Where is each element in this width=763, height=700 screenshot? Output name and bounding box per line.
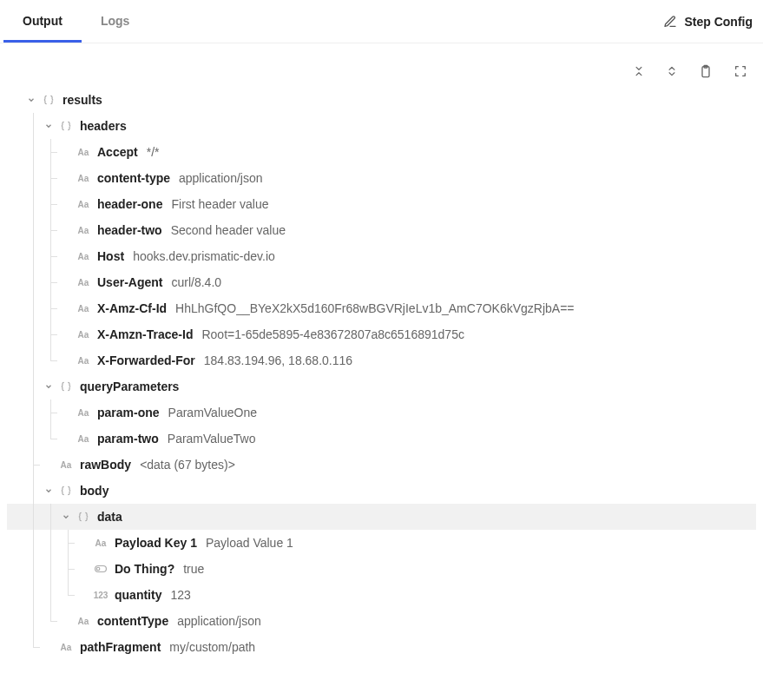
number-icon: 123	[92, 588, 109, 602]
collapse-icon	[633, 65, 645, 77]
string-icon: Aa	[75, 275, 92, 289]
tree-leaf[interactable]: Aacontent-typeapplication/json	[7, 165, 756, 191]
tree-leaf[interactable]: AaUser-Agentcurl/8.4.0	[7, 269, 756, 295]
tree-leaf[interactable]: 123quantity123	[7, 582, 756, 608]
object-icon	[57, 484, 75, 498]
tree-leaf[interactable]: AaX-Amzn-Trace-IdRoot=1-65de5895-4e83672…	[7, 321, 756, 347]
string-icon: Aa	[57, 640, 75, 654]
tree-key: Host	[97, 249, 124, 263]
tab-output[interactable]: Output	[3, 0, 82, 43]
tree-value: curl/8.4.0	[171, 275, 221, 289]
tree-value: <data (67 bytes)>	[140, 458, 235, 472]
tree-leaf[interactable]: Aaparam-twoParamValueTwo	[7, 426, 756, 452]
tree-node-headers[interactable]: headers	[7, 113, 756, 139]
tree-key: data	[97, 510, 122, 524]
tree-key: param-two	[97, 432, 159, 446]
tree-value: HhLhGfQO__BYeX2kX5d160Fr68wBGVRjIeLv1b_A…	[175, 301, 574, 315]
tree-key: queryParameters	[80, 380, 179, 393]
tree-leaf-contenttype[interactable]: AacontentTypeapplication/json	[7, 608, 756, 634]
chevron-down-icon	[42, 484, 56, 498]
string-icon: Aa	[75, 249, 92, 263]
tree-leaf[interactable]: AaX-Amz-Cf-IdHhLhGfQO__BYeX2kX5d160Fr68w…	[7, 295, 756, 321]
tree-node-queryparameters[interactable]: queryParameters	[7, 373, 756, 400]
tree-leaf[interactable]: AaHosthooks.dev.prismatic-dev.io	[7, 243, 756, 269]
tree-key: pathFragment	[80, 640, 161, 654]
tree-leaf[interactable]: Do Thing?true	[7, 556, 756, 582]
expand-icon	[666, 65, 678, 77]
tab-logs[interactable]: Logs	[82, 0, 148, 43]
tabs: Output Logs	[3, 0, 148, 43]
edit-icon	[663, 15, 677, 29]
tree-value: true	[183, 562, 204, 576]
tree-leaf[interactable]: AaX-Forwarded-For184.83.194.96, 18.68.0.…	[7, 347, 756, 373]
tree-leaf[interactable]: AaAccept*/*	[7, 139, 756, 165]
fullscreen-button[interactable]	[733, 64, 747, 78]
string-icon: Aa	[75, 406, 92, 419]
tree-leaf-rawbody[interactable]: AarawBody<data (67 bytes)>	[7, 452, 756, 478]
header: Output Logs Step Config	[0, 0, 763, 43]
string-icon: Aa	[75, 614, 92, 628]
tree-key: X-Amzn-Trace-Id	[97, 327, 193, 341]
string-icon: Aa	[75, 145, 92, 159]
tree-value: Second header value	[171, 223, 286, 237]
maximize-icon	[733, 64, 747, 78]
tree-value: Root=1-65de5895-4e83672807a8c6516891d75c	[201, 327, 464, 341]
tree-key: Payload Key 1	[115, 536, 197, 550]
object-icon	[57, 380, 75, 393]
tree-leaf-pathfragment[interactable]: AapathFragmentmy/custom/path	[7, 634, 756, 660]
tree-node-body[interactable]: body	[7, 478, 756, 504]
tree-key: contentType	[97, 614, 168, 628]
tree-key: Do Thing?	[115, 562, 174, 576]
expand-all-button[interactable]	[666, 65, 678, 77]
tree-value: my/custom/path	[169, 640, 255, 654]
tree-leaf[interactable]: Aaheader-twoSecond header value	[7, 217, 756, 243]
chevron-down-icon	[42, 380, 56, 393]
tree-key: param-one	[97, 406, 160, 419]
object-icon	[75, 510, 92, 524]
tree-key: X-Forwarded-For	[97, 353, 195, 367]
boolean-icon	[92, 562, 109, 576]
tree-key: header-two	[97, 223, 162, 237]
svg-point-3	[96, 567, 100, 571]
tree-value: First header value	[171, 197, 268, 211]
chevron-down-icon	[59, 510, 73, 524]
tree-value: 123	[170, 588, 190, 602]
tree-key: rawBody	[80, 458, 131, 472]
clipboard-icon	[699, 64, 713, 78]
collapse-all-button[interactable]	[633, 65, 645, 77]
tree-key: content-type	[97, 171, 170, 185]
tree-leaf[interactable]: AaPayload Key 1Payload Value 1	[7, 530, 756, 556]
json-tree: results headers AaAccept*/* Aacontent-ty…	[0, 87, 763, 677]
tree-value: Payload Value 1	[206, 536, 293, 550]
string-icon: Aa	[75, 327, 92, 341]
chevron-down-icon	[42, 119, 56, 133]
tree-key: Accept	[97, 145, 138, 159]
tree-value: */*	[147, 145, 160, 159]
tree-leaf[interactable]: Aaparam-oneParamValueOne	[7, 400, 756, 426]
tree-leaf[interactable]: Aaheader-oneFirst header value	[7, 191, 756, 217]
string-icon: Aa	[57, 458, 75, 472]
string-icon: Aa	[75, 432, 92, 446]
tree-key: body	[80, 484, 109, 498]
step-config-button[interactable]: Step Config	[663, 15, 756, 29]
object-icon	[57, 119, 75, 133]
tree-key: results	[62, 93, 102, 107]
tree-key: X-Amz-Cf-Id	[97, 301, 167, 315]
string-icon: Aa	[92, 536, 109, 550]
object-icon	[40, 93, 57, 107]
tree-key: headers	[80, 119, 127, 133]
copy-button[interactable]	[699, 64, 713, 78]
tree-value: ParamValueTwo	[168, 432, 256, 446]
tree-value: ParamValueOne	[168, 406, 257, 419]
tree-value: 184.83.194.96, 18.68.0.116	[204, 353, 352, 367]
tree-value: hooks.dev.prismatic-dev.io	[133, 249, 275, 263]
tree-key: header-one	[97, 197, 162, 211]
tree-node-data[interactable]: data	[7, 504, 756, 530]
string-icon: Aa	[75, 301, 92, 315]
string-icon: Aa	[75, 171, 92, 185]
toolbar	[0, 43, 763, 87]
step-config-label: Step Config	[684, 15, 753, 29]
tree-node-results[interactable]: results	[7, 87, 756, 113]
string-icon: Aa	[75, 223, 92, 237]
string-icon: Aa	[75, 353, 92, 367]
